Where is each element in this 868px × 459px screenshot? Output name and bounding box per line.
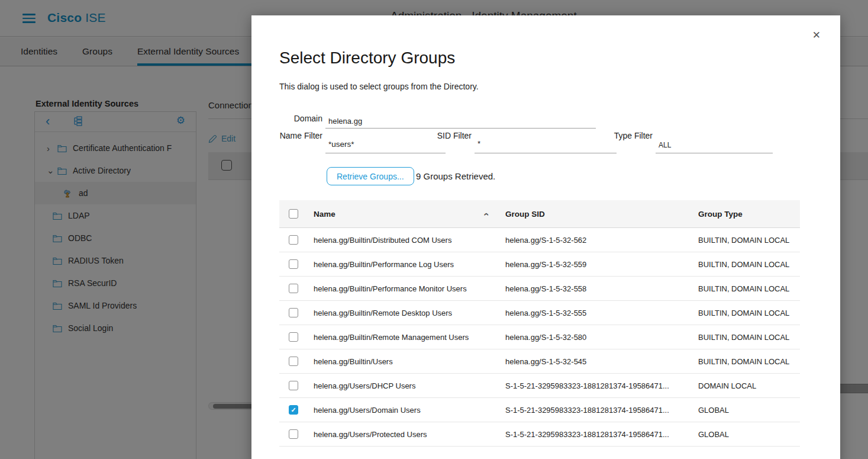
group-sid: S-1-5-21-3295983323-1881281374-19586471.… <box>505 381 698 390</box>
table-header: Name › Group SID Group Type <box>279 200 800 228</box>
dialog-description: This dialog is used to select groups fro… <box>279 82 479 91</box>
group-name: helena.gg/Builtin/Performance Monitor Us… <box>304 284 505 293</box>
group-sid: helena.gg/S-1-5-32-559 <box>505 260 698 269</box>
group-sid: helena.gg/S-1-5-32-580 <box>505 333 698 342</box>
row-checkbox[interactable] <box>289 259 298 269</box>
group-sid: S-1-5-21-3295983323-1881281374-19586471.… <box>505 406 698 415</box>
group-row[interactable]: helena.gg/Builtin/Distributed COM Users … <box>279 228 800 252</box>
group-row[interactable]: helena.gg/Builtin/Performance Log Users … <box>279 252 800 277</box>
domain-input[interactable] <box>325 111 596 129</box>
column-group-sid[interactable]: Group SID <box>505 210 698 219</box>
sid-filter-input[interactable] <box>475 133 617 153</box>
group-sid: helena.gg/S-1-5-32-545 <box>505 357 698 366</box>
group-name: helena.gg/Builtin/Performance Log Users <box>304 260 505 269</box>
cisco-ise-screen: Cisco ISE Administration · Identity Mana… <box>0 0 868 459</box>
row-checkbox[interactable] <box>289 332 298 342</box>
group-type: GLOBAL <box>698 430 800 439</box>
group-name: helena.gg/Users/Domain Users <box>304 406 505 415</box>
group-row[interactable]: helena.gg/Builtin/Remote Desktop Users h… <box>279 301 800 325</box>
column-group-type[interactable]: Group Type <box>698 210 800 219</box>
group-sid: helena.gg/S-1-5-32-555 <box>505 309 698 317</box>
group-row[interactable]: ✓ helena.gg/Users/Domain Users S-1-5-21-… <box>279 398 800 422</box>
group-sid: helena.gg/S-1-5-32-558 <box>505 284 698 293</box>
column-name[interactable]: Name <box>314 210 335 219</box>
directory-groups-table: Name › Group SID Group Type helena.gg/Bu… <box>279 200 800 447</box>
header-checkbox[interactable] <box>289 209 298 219</box>
group-sid: helena.gg/S-1-5-32-562 <box>505 236 698 245</box>
group-row[interactable]: helena.gg/Builtin/Remote Management User… <box>279 325 800 349</box>
select-directory-groups-dialog: ✕ Select Directory Groups This dialog is… <box>251 15 840 459</box>
group-type: BUILTIN, DOMAIN LOCAL <box>698 333 800 342</box>
dialog-title: Select Directory Groups <box>279 49 455 68</box>
row-checkbox[interactable] <box>289 429 298 439</box>
sort-ascending-icon[interactable]: › <box>480 213 492 216</box>
group-row[interactable]: helena.gg/Builtin/Users helena.gg/S-1-5-… <box>279 349 800 374</box>
group-type: BUILTIN, DOMAIN LOCAL <box>698 309 800 317</box>
group-sid: S-1-5-21-3295983323-1881281374-19586471.… <box>505 430 698 439</box>
table-body: helena.gg/Builtin/Distributed COM Users … <box>279 228 800 447</box>
name-filter-label: Name Filter <box>269 130 322 142</box>
row-checkbox[interactable] <box>289 235 298 245</box>
group-name: helena.gg/Builtin/Users <box>304 357 505 366</box>
group-type: BUILTIN, DOMAIN LOCAL <box>698 236 800 245</box>
retrieve-groups-button[interactable]: Retrieve Groups... <box>327 167 414 185</box>
group-row[interactable]: helena.gg/Users/Protected Users S-1-5-21… <box>279 422 800 447</box>
group-name: helena.gg/Builtin/Remote Desktop Users <box>304 309 505 317</box>
close-icon[interactable]: ✕ <box>812 30 821 40</box>
group-name: helena.gg/Builtin/Remote Management User… <box>304 333 505 342</box>
row-checkbox[interactable] <box>289 284 298 293</box>
group-type: BUILTIN, DOMAIN LOCAL <box>698 357 800 366</box>
row-checkbox[interactable] <box>289 357 298 366</box>
group-type: BUILTIN, DOMAIN LOCAL <box>698 260 800 269</box>
row-checkbox[interactable] <box>289 381 298 390</box>
group-name: helena.gg/Users/Protected Users <box>304 430 505 439</box>
group-type: BUILTIN, DOMAIN LOCAL <box>698 284 800 293</box>
group-name: helena.gg/Builtin/Distributed COM Users <box>304 236 505 245</box>
type-filter-label: Type Filter <box>604 130 653 142</box>
group-type: GLOBAL <box>698 406 800 415</box>
sid-filter-label: SID Filter <box>423 130 472 142</box>
row-checkbox[interactable]: ✓ <box>289 405 298 415</box>
domain-label: Domain <box>264 113 322 124</box>
group-type: DOMAIN LOCAL <box>698 381 800 390</box>
type-filter-select[interactable] <box>656 133 773 153</box>
group-row[interactable]: helena.gg/Builtin/Performance Monitor Us… <box>279 277 800 301</box>
group-row[interactable]: helena.gg/Users/DHCP Users S-1-5-21-3295… <box>279 374 800 398</box>
groups-retrieved-text: 9 Groups Retrieved. <box>416 171 495 181</box>
row-checkbox[interactable] <box>289 308 298 317</box>
group-name: helena.gg/Users/DHCP Users <box>304 381 505 390</box>
